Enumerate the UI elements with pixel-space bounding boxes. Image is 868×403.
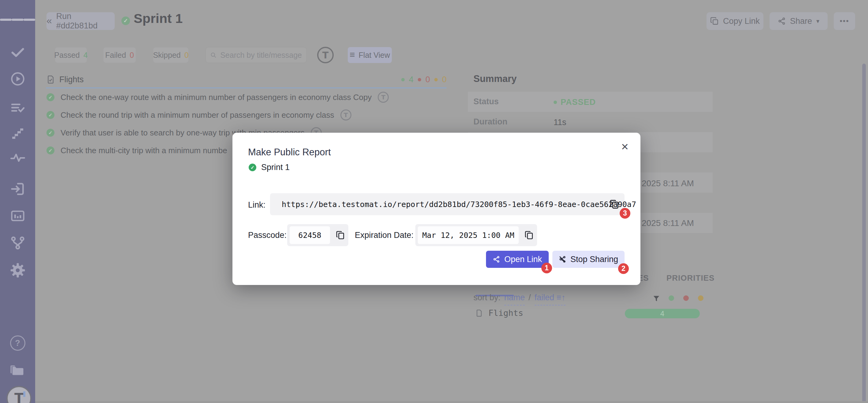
projects-folders-icon[interactable] <box>0 361 35 378</box>
testomat-logo[interactable]: T <box>6 386 31 403</box>
more-actions-button[interactable]: ••• <box>834 12 855 30</box>
import-icon[interactable] <box>0 180 35 197</box>
annotation-badge-1: 1 <box>541 262 552 273</box>
page-title: Sprint 1 <box>134 11 183 26</box>
menu-icon[interactable] <box>0 11 35 28</box>
suite-bar-name: Flights <box>489 308 523 318</box>
copy-link-button[interactable]: Copy Link <box>707 12 764 30</box>
share-off-icon <box>559 256 566 263</box>
share-button[interactable]: Share ▾ <box>770 12 828 30</box>
test-row[interactable]: ✓ Check the multi-city trip with a minim… <box>46 143 227 158</box>
search-field[interactable] <box>206 47 307 63</box>
list-check-icon[interactable] <box>0 99 35 116</box>
share-caret-icon: ▾ <box>816 18 819 25</box>
branches-icon[interactable] <box>0 234 35 251</box>
passcode-label: Passcode: <box>248 230 286 240</box>
status-value: PASSED <box>554 97 596 107</box>
copy-icon <box>710 17 719 25</box>
search-input[interactable] <box>220 51 302 60</box>
summary-row-status: Status PASSED <box>468 92 713 112</box>
sort-by-name-link[interactable]: name <box>504 293 525 306</box>
filter-skipped-chip[interactable]: Skipped 0 <box>153 47 189 63</box>
duration-value: 11s <box>554 118 566 127</box>
run-status-check-icon: ✓ <box>121 17 130 25</box>
suite-file-icon <box>46 75 55 84</box>
test-passed-icon: ✓ <box>46 111 55 119</box>
test-report-icon[interactable]: T <box>378 92 389 103</box>
passcode-box[interactable]: 62458 <box>287 224 348 246</box>
copy-expiration-button[interactable] <box>524 230 534 241</box>
link-label: Link: <box>248 200 266 210</box>
sidebar: ? T <box>0 0 35 403</box>
suite-divider <box>46 88 446 88</box>
expiration-value[interactable]: Mar 12, 2025 1:00 AM <box>418 226 519 244</box>
back-to-run-button[interactable]: « Run #dd2b81bd <box>46 12 115 30</box>
yellow-filter-dot[interactable] <box>698 296 704 301</box>
test-row[interactable]: ✓ Check the round trip with a minimum nu… <box>46 107 351 123</box>
test-report-icon[interactable]: T <box>340 110 351 121</box>
test-row[interactable]: ✓ Check the one-way route with a minimum… <box>46 89 389 105</box>
passed-count-bar: 4 <box>625 309 700 318</box>
milestones-stairs-icon[interactable] <box>0 125 35 142</box>
passed-label: Passed <box>54 51 80 60</box>
expiration-box[interactable]: Mar 12, 2025 1:00 AM <box>415 224 537 246</box>
passed-count: 4 <box>84 51 88 60</box>
sort-direction-icon: ≡↑ <box>557 293 565 302</box>
copy-passcode-button[interactable] <box>336 230 345 241</box>
summary-row-duration: Duration 11s <box>468 112 713 132</box>
filter-failed-chip[interactable]: Failed 0 <box>103 47 136 63</box>
modal-title: Make Public Report <box>248 147 331 158</box>
runs-play-icon[interactable] <box>0 70 35 88</box>
report-logo-icon[interactable]: T <box>317 47 334 63</box>
copy-url-button[interactable] <box>609 199 620 211</box>
expiration-label: Expiration Date: <box>355 230 413 240</box>
green-filter-dot[interactable] <box>669 296 674 301</box>
tests-check-icon[interactable] <box>0 43 35 61</box>
report-url-box[interactable]: https://beta.testomat.io/report/dd2b81bd… <box>270 193 624 215</box>
suite-skipped-count: 0 <box>442 75 446 84</box>
vertical-scrollbar[interactable] <box>862 64 866 403</box>
test-passed-icon: ✓ <box>46 93 55 101</box>
filter-funnel-icon[interactable] <box>652 294 661 304</box>
app-root: ? T « Run #dd2b81bd ✓ Sprint 1 Copy Link… <box>0 0 868 403</box>
flat-view-icon: ≡ <box>349 50 355 59</box>
tab-priorities[interactable]: PRIORITIES <box>666 273 714 283</box>
reports-chart-icon[interactable] <box>0 207 35 224</box>
skipped-dot <box>434 78 438 81</box>
filter-passed-chip[interactable]: Passed 4 <box>55 47 87 63</box>
flat-view-button[interactable]: ≡ Flat View <box>348 47 392 63</box>
sort-controls: sort by: name / failed ≡↑ <box>473 293 565 306</box>
passcode-value[interactable]: 62458 <box>290 226 330 244</box>
report-url[interactable]: https://beta.testomat.io/report/dd2b81bd… <box>282 193 636 215</box>
status-filter-dots[interactable] <box>669 296 704 301</box>
test-passed-icon: ✓ <box>46 147 55 154</box>
settings-gear-icon[interactable] <box>0 262 35 279</box>
search-icon <box>210 51 217 59</box>
share-nodes-icon <box>493 256 500 263</box>
duration-label: Duration <box>473 117 507 127</box>
suite-name: Flights <box>59 75 84 84</box>
file-icon <box>475 309 483 317</box>
test-title: Check the round trip with a minimum numb… <box>61 111 334 120</box>
sort-by-failed-link[interactable]: failed ≡↑ <box>535 293 565 306</box>
open-link-label: Open Link <box>504 255 542 264</box>
annotation-badge-3: 3 <box>620 208 630 219</box>
passed-dot <box>401 78 405 81</box>
copy-link-label: Copy Link <box>723 17 760 26</box>
annotation-badge-2: 2 <box>618 263 629 274</box>
suite-header-flights[interactable]: Flights 4 0 0 <box>46 72 446 87</box>
stop-sharing-button[interactable]: Stop Sharing <box>552 251 624 268</box>
failed-count: 0 <box>130 51 134 60</box>
open-link-button[interactable]: Open Link <box>486 251 549 268</box>
modal-close-icon[interactable]: ✕ <box>621 141 629 153</box>
status-label: Status <box>473 97 499 106</box>
priorities-suite-row[interactable]: Flights <box>475 308 523 318</box>
help-icon[interactable]: ? <box>0 335 35 352</box>
sort-separator: / <box>528 293 531 302</box>
analytics-pulse-icon[interactable] <box>0 149 35 166</box>
run-passed-check-icon: ✓ <box>249 163 256 171</box>
status-dot <box>554 101 557 104</box>
horizontal-scrollbar[interactable] <box>35 401 868 403</box>
finished-date-partial: 2025 8:11 AM <box>642 218 734 228</box>
red-filter-dot[interactable] <box>683 296 689 301</box>
